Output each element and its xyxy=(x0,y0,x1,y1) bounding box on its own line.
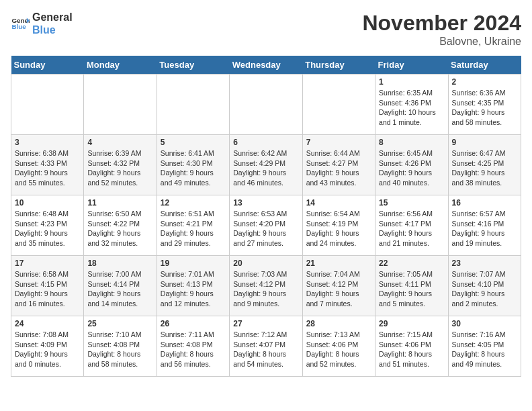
day-content: Sunset: 4:17 PM xyxy=(379,219,444,229)
day-number: 16 xyxy=(452,198,517,208)
calendar-week-1: 1Sunrise: 6:35 AMSunset: 4:36 PMDaylight… xyxy=(11,75,521,135)
calendar-cell: 1Sunrise: 6:35 AMSunset: 4:36 PMDaylight… xyxy=(375,75,448,135)
day-header-friday: Friday xyxy=(375,56,448,75)
day-number: 8 xyxy=(379,138,444,147)
day-content: Sunrise: 7:13 AM xyxy=(306,330,371,340)
day-content: Sunrise: 6:57 AM xyxy=(452,209,517,219)
calendar-cell: 19Sunrise: 7:01 AMSunset: 4:13 PMDayligh… xyxy=(157,256,229,316)
calendar-week-5: 24Sunrise: 7:08 AMSunset: 4:09 PMDayligh… xyxy=(11,316,521,377)
day-content: Sunrise: 6:53 AM xyxy=(233,209,298,219)
day-number: 19 xyxy=(161,259,226,268)
day-content: Daylight: 8 hours and 56 minutes. xyxy=(161,349,226,369)
day-number: 20 xyxy=(233,259,298,268)
day-number: 18 xyxy=(87,259,152,268)
day-content: Daylight: 9 hours and 38 minutes. xyxy=(452,168,517,187)
calendar-table: SundayMondayTuesdayWednesdayThursdayFrid… xyxy=(11,56,521,377)
calendar-cell: 4Sunrise: 6:39 AMSunset: 4:32 PMDaylight… xyxy=(84,135,157,195)
calendar-cell: 25Sunrise: 7:10 AMSunset: 4:08 PMDayligh… xyxy=(84,316,157,377)
page-title: November 2024 xyxy=(362,11,521,36)
day-content: Sunset: 4:08 PM xyxy=(87,340,152,350)
calendar-cell: 7Sunrise: 6:44 AMSunset: 4:27 PMDaylight… xyxy=(302,135,375,195)
day-content: Daylight: 9 hours and 35 minutes. xyxy=(15,228,80,248)
day-content: Sunrise: 7:16 AM xyxy=(452,330,517,340)
day-content: Sunrise: 6:35 AM xyxy=(379,88,444,98)
calendar-cell xyxy=(302,75,375,135)
svg-text:Blue: Blue xyxy=(11,24,26,31)
day-number: 29 xyxy=(379,319,444,328)
day-content: Daylight: 9 hours and 7 minutes. xyxy=(306,289,371,308)
day-content: Daylight: 9 hours and 9 minutes. xyxy=(233,289,298,308)
day-number: 7 xyxy=(306,138,371,147)
day-content: Sunrise: 7:00 AM xyxy=(87,269,152,279)
day-content: Sunrise: 7:08 AM xyxy=(15,330,80,340)
day-content: Daylight: 9 hours and 52 minutes. xyxy=(87,168,152,187)
calendar-cell: 29Sunrise: 7:15 AMSunset: 4:06 PMDayligh… xyxy=(375,316,448,377)
logo: General Blue General Blue xyxy=(11,11,73,36)
calendar-cell: 11Sunrise: 6:50 AMSunset: 4:22 PMDayligh… xyxy=(84,195,157,256)
day-number: 25 xyxy=(87,319,152,328)
day-number: 9 xyxy=(452,138,517,147)
calendar-week-4: 17Sunrise: 6:58 AMSunset: 4:15 PMDayligh… xyxy=(11,256,521,316)
day-content: Daylight: 9 hours and 55 minutes. xyxy=(15,168,80,187)
day-number: 3 xyxy=(15,138,80,147)
day-number: 10 xyxy=(15,198,80,208)
day-content: Daylight: 8 hours and 52 minutes. xyxy=(306,349,371,369)
calendar-cell: 21Sunrise: 7:04 AMSunset: 4:12 PMDayligh… xyxy=(302,256,375,316)
calendar-cell xyxy=(230,75,302,135)
day-content: Sunrise: 7:07 AM xyxy=(452,269,517,279)
day-content: Sunset: 4:06 PM xyxy=(306,340,371,350)
logo-general: General xyxy=(32,11,73,24)
day-content: Sunrise: 6:51 AM xyxy=(161,209,226,219)
calendar-cell: 20Sunrise: 7:03 AMSunset: 4:12 PMDayligh… xyxy=(230,256,302,316)
day-header-wednesday: Wednesday xyxy=(230,56,302,75)
day-number: 26 xyxy=(161,319,226,328)
calendar-cell: 12Sunrise: 6:51 AMSunset: 4:21 PMDayligh… xyxy=(157,195,229,256)
calendar-cell: 26Sunrise: 7:11 AMSunset: 4:08 PMDayligh… xyxy=(157,316,229,377)
day-content: Sunset: 4:12 PM xyxy=(306,279,371,289)
day-content: Sunrise: 7:15 AM xyxy=(379,330,444,340)
day-content: Sunset: 4:16 PM xyxy=(452,219,517,229)
day-content: Sunset: 4:30 PM xyxy=(161,158,226,169)
day-content: Sunset: 4:08 PM xyxy=(161,340,226,350)
day-content: Daylight: 8 hours and 49 minutes. xyxy=(452,349,517,369)
day-content: Daylight: 9 hours and 49 minutes. xyxy=(161,168,226,187)
day-content: Sunrise: 6:41 AM xyxy=(161,148,226,158)
day-content: Daylight: 9 hours and 29 minutes. xyxy=(161,228,226,248)
calendar-header-row: SundayMondayTuesdayWednesdayThursdayFrid… xyxy=(11,56,521,75)
calendar-cell xyxy=(11,75,84,135)
day-content: Sunset: 4:20 PM xyxy=(233,219,298,229)
day-content: Sunset: 4:15 PM xyxy=(15,279,80,289)
day-number: 11 xyxy=(87,198,152,208)
day-content: Sunset: 4:29 PM xyxy=(233,158,298,169)
day-content: Sunset: 4:26 PM xyxy=(379,158,444,169)
day-content: Sunset: 4:32 PM xyxy=(87,158,152,169)
day-content: Sunrise: 6:42 AM xyxy=(233,148,298,158)
day-content: Sunrise: 7:04 AM xyxy=(306,269,371,279)
day-content: Daylight: 9 hours and 0 minutes. xyxy=(15,349,80,369)
day-content: Daylight: 9 hours and 5 minutes. xyxy=(379,289,444,308)
logo-blue: Blue xyxy=(32,24,73,36)
day-number: 22 xyxy=(379,259,444,268)
day-content: Sunrise: 6:54 AM xyxy=(306,209,371,219)
day-content: Sunset: 4:12 PM xyxy=(233,279,298,289)
day-content: Daylight: 9 hours and 43 minutes. xyxy=(306,168,371,187)
day-content: Sunset: 4:27 PM xyxy=(306,158,371,169)
day-content: Sunset: 4:25 PM xyxy=(452,158,517,169)
header: General Blue General Blue November 2024 … xyxy=(11,11,521,48)
day-content: Sunrise: 6:50 AM xyxy=(87,209,152,219)
day-content: Sunrise: 7:01 AM xyxy=(161,269,226,279)
day-number: 21 xyxy=(306,259,371,268)
day-content: Daylight: 9 hours and 19 minutes. xyxy=(452,228,517,248)
day-header-tuesday: Tuesday xyxy=(157,56,229,75)
day-content: Sunset: 4:35 PM xyxy=(452,98,517,108)
day-content: Sunset: 4:22 PM xyxy=(87,219,152,229)
title-area: November 2024 Balovne, Ukraine xyxy=(362,11,521,48)
calendar-cell: 8Sunrise: 6:45 AMSunset: 4:26 PMDaylight… xyxy=(375,135,448,195)
calendar-cell: 28Sunrise: 7:13 AMSunset: 4:06 PMDayligh… xyxy=(302,316,375,377)
day-content: Daylight: 9 hours and 12 minutes. xyxy=(161,289,226,308)
day-content: Sunrise: 7:05 AM xyxy=(379,269,444,279)
day-content: Sunset: 4:21 PM xyxy=(161,219,226,229)
calendar-cell: 6Sunrise: 6:42 AMSunset: 4:29 PMDaylight… xyxy=(230,135,302,195)
day-content: Sunset: 4:10 PM xyxy=(452,279,517,289)
day-content: Daylight: 9 hours and 14 minutes. xyxy=(87,289,152,308)
